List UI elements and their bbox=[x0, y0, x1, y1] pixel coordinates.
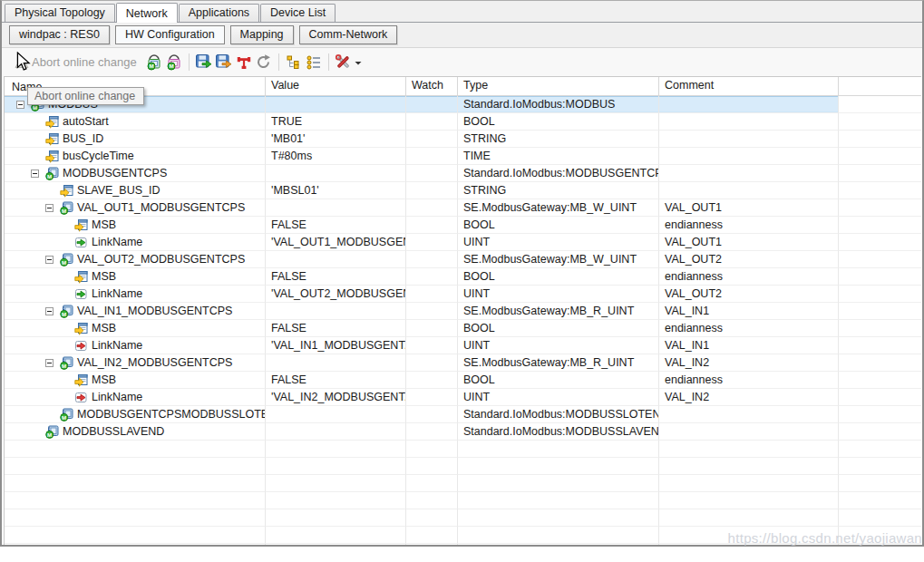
collapse-minus-icon[interactable] bbox=[31, 170, 39, 178]
tree-row-val_in1_modbusgentcps[interactable]: MVAL_IN1_MODBUSGENTCPSSE.ModbusGateway:M… bbox=[5, 303, 921, 320]
column-header-value[interactable]: Value bbox=[266, 77, 406, 96]
tree-row-modbusslavend[interactable]: MMODBUSSLAVENDStandard.IoModbus:MODBUSSL… bbox=[5, 423, 921, 441]
tree-row-bus_id[interactable]: BUS_ID'MB01'STRING bbox=[5, 131, 921, 148]
cell-val[interactable]: 'MBSL01' bbox=[266, 182, 406, 199]
cell-watch[interactable] bbox=[406, 165, 458, 182]
cell-watch[interactable] bbox=[406, 268, 458, 286]
cell-watch[interactable] bbox=[406, 131, 458, 148]
cell-watch[interactable] bbox=[406, 251, 458, 268]
cell-val[interactable] bbox=[266, 251, 406, 268]
expand-tree-icon[interactable] bbox=[284, 53, 304, 73]
subtab-hw-configuration[interactable]: HW Configuration bbox=[115, 25, 225, 44]
cell-val[interactable] bbox=[266, 303, 406, 320]
cell-type bbox=[458, 527, 659, 544]
cell-com: VAL_IN1 bbox=[659, 337, 839, 354]
column-header-watch[interactable]: Watch bbox=[406, 77, 458, 96]
collapse-minus-icon[interactable] bbox=[45, 307, 53, 315]
tab-applications[interactable]: Applications bbox=[179, 4, 259, 22]
cell-watch[interactable] bbox=[406, 234, 458, 251]
cell-filler bbox=[839, 320, 921, 337]
cell-val[interactable] bbox=[266, 423, 406, 441]
cell-watch[interactable] bbox=[406, 406, 458, 423]
svg-text:M: M bbox=[149, 63, 153, 69]
subtab-windpac-res0[interactable]: windpac : RES0 bbox=[9, 25, 110, 44]
tree-row-val_out2_modbusgentcps[interactable]: MVAL_OUT2_MODBUSGENTCPSSE.ModbusGateway:… bbox=[5, 251, 921, 268]
cell-watch[interactable] bbox=[406, 372, 458, 389]
cell-val[interactable]: 'VAL_IN2_MODBUSGENT... bbox=[266, 389, 406, 406]
cell-type: STRING bbox=[458, 182, 659, 199]
tab-physical-topology[interactable]: Physical Topology bbox=[5, 4, 115, 22]
subtab-mapping[interactable]: Mapping bbox=[230, 25, 294, 44]
cell-val[interactable]: 'MB01' bbox=[266, 131, 406, 148]
cell-watch[interactable] bbox=[406, 423, 458, 441]
cell-watch[interactable] bbox=[406, 217, 458, 234]
empty-row bbox=[5, 441, 921, 458]
tree-row-modbusgentcps[interactable]: MMODBUSGENTCPSStandard.IoModbus:MODBUSGE… bbox=[5, 165, 921, 182]
tree-row-val_in2_modbusgentcps[interactable]: MVAL_IN2_MODBUSGENTCPSSE.ModbusGateway:M… bbox=[5, 354, 921, 372]
tree-row-msb[interactable]: MSBFALSEBOOLendianness bbox=[5, 372, 921, 389]
cell-watch[interactable] bbox=[406, 354, 458, 372]
cell-val[interactable]: 'VAL_OUT2_MODBUSGEN... bbox=[266, 286, 406, 303]
caret-icon[interactable] bbox=[354, 53, 363, 73]
column-header-type[interactable]: Type bbox=[458, 77, 659, 96]
cell-name: MSB bbox=[5, 217, 266, 234]
tree-row-modbusgentcpsmodbusslotend[interactable]: MMODBUSGENTCPSMODBUSSLOTENDStandard.IoMo… bbox=[5, 406, 921, 423]
details-list-icon[interactable] bbox=[304, 53, 324, 73]
tree-row-msb[interactable]: MSBFALSEBOOLendianness bbox=[5, 268, 921, 286]
tab-network[interactable]: Network bbox=[116, 3, 178, 23]
collapse-minus-icon[interactable] bbox=[45, 359, 53, 367]
cell-watch[interactable] bbox=[406, 96, 458, 113]
tree-row-msb[interactable]: MSBFALSEBOOLendianness bbox=[5, 320, 921, 337]
cell-val[interactable] bbox=[266, 165, 406, 182]
collapse-minus-icon[interactable] bbox=[16, 101, 24, 109]
cell-val[interactable] bbox=[266, 96, 406, 113]
tree-row-linkname[interactable]: LinkName'VAL_IN2_MODBUSGENT...UINTVAL_IN… bbox=[5, 389, 921, 406]
cell-watch[interactable] bbox=[406, 303, 458, 320]
empty-row bbox=[5, 492, 921, 509]
row-name-label: MSB bbox=[92, 217, 116, 233]
subtab-comm-network[interactable]: Comm-Network bbox=[299, 25, 398, 44]
tree-row-linkname[interactable]: LinkName'VAL_OUT1_MODBUSGEN...UINTVAL_OU… bbox=[5, 234, 921, 251]
cell-watch[interactable] bbox=[406, 199, 458, 217]
cell-watch[interactable] bbox=[406, 389, 458, 406]
refresh-icon[interactable] bbox=[254, 53, 274, 73]
cell-val[interactable]: FALSE bbox=[266, 268, 406, 286]
row-name-label: MODBUSSLAVEND bbox=[63, 423, 164, 440]
cell-val[interactable] bbox=[266, 199, 406, 217]
cell-watch[interactable] bbox=[406, 286, 458, 303]
cell-val[interactable] bbox=[266, 406, 406, 423]
cell-val[interactable]: 'VAL_OUT1_MODBUSGEN... bbox=[266, 234, 406, 251]
cell-watch[interactable] bbox=[406, 113, 458, 131]
tools-icon[interactable] bbox=[334, 53, 354, 73]
tree-row-msb[interactable]: MSBFALSEBOOLendianness bbox=[5, 217, 921, 234]
tree-row-slave_bus_id[interactable]: SLAVE_BUS_ID'MBSL01'STRING bbox=[5, 182, 921, 199]
tree-row-linkname[interactable]: LinkName'VAL_OUT2_MODBUSGEN...UINTVAL_OU… bbox=[5, 286, 921, 303]
cell-type: TIME bbox=[458, 148, 659, 165]
remove-module-icon[interactable]: M bbox=[164, 53, 184, 73]
add-module-icon[interactable]: M bbox=[144, 53, 164, 73]
cell-val[interactable]: FALSE bbox=[266, 217, 406, 234]
cell-val[interactable]: FALSE bbox=[266, 372, 406, 389]
tree-row-autostart[interactable]: autoStartTRUEBOOL bbox=[5, 113, 921, 131]
cell-watch[interactable] bbox=[406, 182, 458, 199]
cell-watch[interactable] bbox=[406, 320, 458, 337]
tree-row-linkname[interactable]: LinkName'VAL_IN1_MODBUSGENT...UINTVAL_IN… bbox=[5, 337, 921, 354]
column-header-comment[interactable]: Comment bbox=[659, 77, 839, 96]
save-import-icon[interactable] bbox=[214, 53, 234, 73]
save-export-icon[interactable] bbox=[194, 53, 214, 73]
cell-val[interactable]: 'VAL_IN1_MODBUSGENT... bbox=[266, 337, 406, 354]
cell-val[interactable]: T#80ms bbox=[266, 148, 406, 165]
cell-watch[interactable] bbox=[406, 148, 458, 165]
tree-row-val_out1_modbusgentcps[interactable]: MVAL_OUT1_MODBUSGENTCPSSE.ModbusGateway:… bbox=[5, 199, 921, 217]
cell-val[interactable]: FALSE bbox=[266, 320, 406, 337]
cell-val bbox=[266, 544, 406, 545]
collapse-minus-icon[interactable] bbox=[45, 256, 53, 264]
module-icon: M bbox=[60, 305, 73, 318]
cell-watch[interactable] bbox=[406, 337, 458, 354]
network-topology-icon[interactable] bbox=[234, 53, 254, 73]
tab-device-list[interactable]: Device List bbox=[260, 4, 336, 22]
collapse-minus-icon[interactable] bbox=[45, 204, 53, 212]
cell-val[interactable] bbox=[266, 354, 406, 372]
tree-row-buscycletime[interactable]: busCycleTimeT#80msTIME bbox=[5, 148, 921, 165]
cell-val[interactable]: TRUE bbox=[266, 113, 406, 131]
